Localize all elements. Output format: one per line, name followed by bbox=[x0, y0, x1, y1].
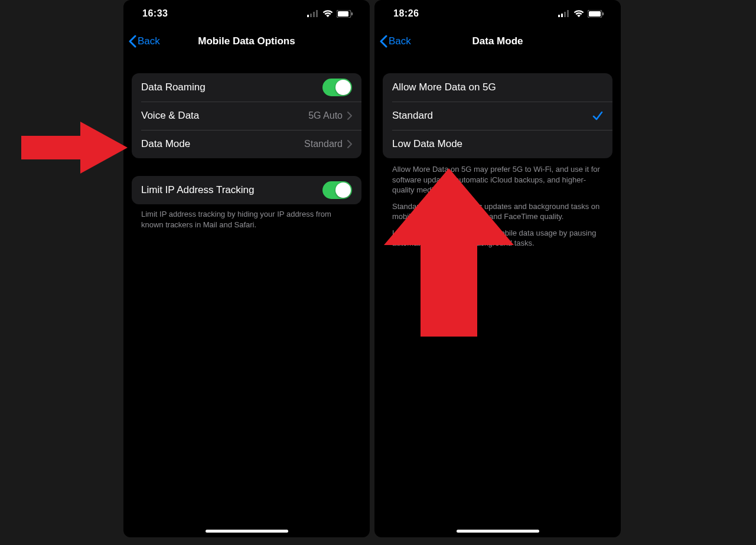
svg-rect-7 bbox=[558, 15, 560, 17]
nav-bar: Back Data Mode bbox=[374, 27, 621, 56]
page-title: Data Mode bbox=[374, 35, 621, 47]
status-icons bbox=[307, 10, 353, 18]
back-button[interactable]: Back bbox=[128, 35, 160, 48]
row-label: Allow More Data on 5G bbox=[392, 81, 603, 93]
svg-rect-0 bbox=[307, 15, 309, 17]
row-value: 5G Auto bbox=[308, 110, 343, 121]
svg-rect-9 bbox=[564, 12, 566, 17]
home-indicator[interactable] bbox=[206, 530, 288, 533]
row-allow-more-5g[interactable]: Allow More Data on 5G bbox=[383, 73, 612, 102]
svg-rect-10 bbox=[567, 10, 569, 17]
status-bar: 18:26 bbox=[374, 0, 621, 27]
status-icons bbox=[558, 10, 604, 18]
annotation-arrow-right bbox=[21, 122, 128, 174]
status-time: 16:33 bbox=[142, 8, 168, 19]
svg-rect-12 bbox=[589, 11, 601, 17]
toggle-on[interactable] bbox=[322, 79, 352, 96]
svg-marker-14 bbox=[21, 122, 128, 174]
svg-rect-8 bbox=[561, 14, 563, 17]
battery-icon bbox=[337, 10, 353, 18]
back-button[interactable]: Back bbox=[379, 35, 411, 48]
nav-bar: Back Mobile Data Options bbox=[123, 27, 370, 56]
svg-rect-6 bbox=[351, 12, 353, 15]
signal-icon bbox=[307, 10, 319, 17]
back-label: Back bbox=[138, 35, 160, 47]
row-label: Limit IP Address Tracking bbox=[141, 184, 322, 196]
row-label: Data Roaming bbox=[141, 81, 322, 93]
row-label: Standard bbox=[392, 110, 592, 122]
footer-note: Limit IP address tracking by hiding your… bbox=[141, 209, 352, 230]
row-voice-data[interactable]: Voice & Data 5G Auto bbox=[132, 102, 361, 130]
checkmark-icon bbox=[592, 110, 603, 121]
chevron-right-icon bbox=[347, 112, 352, 120]
battery-icon bbox=[588, 10, 604, 18]
svg-rect-3 bbox=[316, 10, 318, 17]
status-bar: 16:33 bbox=[123, 0, 370, 27]
svg-rect-1 bbox=[310, 14, 312, 17]
row-label: Low Data Mode bbox=[392, 138, 603, 150]
chevron-left-icon bbox=[379, 35, 387, 48]
toggle-on[interactable] bbox=[322, 181, 352, 199]
wifi-icon bbox=[573, 10, 584, 17]
row-limit-ip-tracking[interactable]: Limit IP Address Tracking bbox=[132, 176, 361, 204]
wifi-icon bbox=[322, 10, 333, 17]
settings-group-1: Data Roaming Voice & Data 5G Auto Data M… bbox=[132, 73, 361, 158]
chevron-left-icon bbox=[128, 35, 136, 48]
svg-marker-15 bbox=[384, 168, 514, 337]
settings-group-1: Allow More Data on 5G Standard Low Data … bbox=[383, 73, 612, 158]
row-low-data-mode[interactable]: Low Data Mode bbox=[383, 130, 612, 158]
row-data-mode[interactable]: Data Mode Standard bbox=[132, 130, 361, 158]
settings-group-2: Limit IP Address Tracking bbox=[132, 176, 361, 204]
phone-left: 16:33 Back Mobile Data Options Data Roam… bbox=[123, 0, 370, 537]
status-time: 18:26 bbox=[393, 8, 419, 19]
svg-rect-2 bbox=[313, 12, 315, 17]
row-value: Standard bbox=[304, 139, 343, 149]
svg-rect-5 bbox=[338, 11, 348, 17]
row-data-roaming[interactable]: Data Roaming bbox=[132, 73, 361, 102]
row-label: Voice & Data bbox=[141, 110, 308, 122]
chevron-right-icon bbox=[347, 140, 352, 148]
annotation-arrow-up bbox=[384, 168, 514, 337]
back-label: Back bbox=[389, 35, 411, 47]
page-title: Mobile Data Options bbox=[123, 35, 370, 47]
signal-icon bbox=[558, 10, 570, 17]
svg-rect-13 bbox=[602, 12, 604, 15]
row-label: Data Mode bbox=[141, 138, 304, 150]
row-standard[interactable]: Standard bbox=[383, 102, 612, 130]
home-indicator[interactable] bbox=[457, 530, 539, 533]
